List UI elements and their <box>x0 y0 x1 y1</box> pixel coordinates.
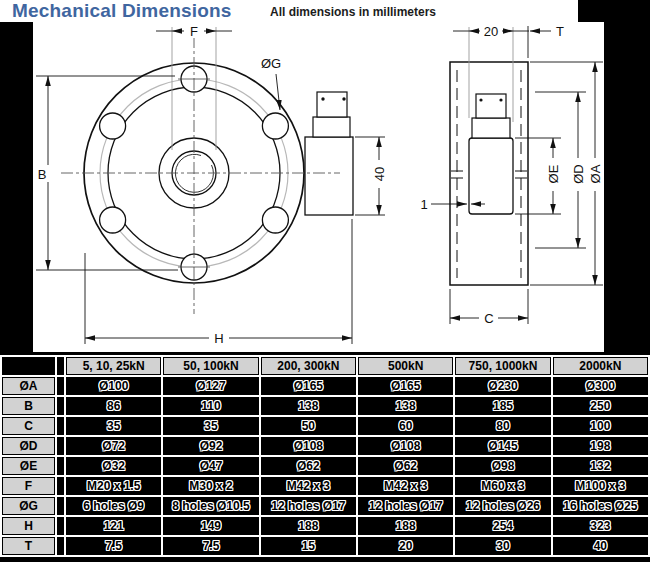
spacer-cell <box>57 437 64 455</box>
spacer-cell <box>57 517 64 535</box>
mechanical-drawing: F ØG B 40 H 20 T 1 C ØE ØD ØA <box>33 22 604 352</box>
dimension-cell: 40 <box>553 537 648 555</box>
spacer-cell <box>57 497 64 515</box>
dimension-cell: 188 <box>261 517 356 535</box>
dimension-cell: 100 <box>553 417 648 435</box>
title-bar: Mechanical Dimensions All dimensions in … <box>0 0 578 22</box>
dimension-cell: Ø62 <box>261 457 356 475</box>
dim-label-f: F <box>190 24 198 39</box>
row-label: F <box>2 477 55 495</box>
dim-label-h: H <box>214 331 223 346</box>
column-header: 750, 1000kN <box>455 357 550 375</box>
page-subtitle: All dimensions in millimeters <box>270 5 436 19</box>
column-header: 5, 10, 25kN <box>66 357 161 375</box>
connector-plug <box>317 92 347 117</box>
dim-label-b: B <box>38 167 47 182</box>
column-header: 2000kN <box>553 357 648 375</box>
dimension-cell: 110 <box>163 397 258 415</box>
dim-label-oe: ØE <box>546 164 561 183</box>
row-label: ØE <box>2 457 55 475</box>
dimension-cell: 35 <box>163 417 258 435</box>
dim-label-oa: ØA <box>588 164 603 183</box>
table-row: ØG6 holes Ø98 holes Ø10.512 holes Ø1712 … <box>2 497 648 515</box>
dimension-cell: 185 <box>455 397 550 415</box>
connector-pin-dot <box>321 97 324 100</box>
spacer-cell <box>57 357 64 375</box>
connector-pin-dot <box>499 98 502 101</box>
dimension-cell: Ø92 <box>163 437 258 455</box>
spacer-cell <box>57 477 64 495</box>
dim-label-1: 1 <box>420 197 427 212</box>
row-label: T <box>2 537 55 555</box>
row-label: H <box>2 517 55 535</box>
dimension-cell: Ø230 <box>455 377 550 395</box>
row-label: ØG <box>2 497 55 515</box>
spacer-cell <box>57 537 64 555</box>
dimension-cell: 138 <box>261 397 356 415</box>
dimension-cell: M100 x 3 <box>553 477 648 495</box>
dimension-cell: 323 <box>553 517 648 535</box>
front-view <box>61 36 353 314</box>
dimension-cell: 198 <box>553 437 648 455</box>
dim-label-od: ØD <box>571 164 586 184</box>
dimensions-table-wrap: 5, 10, 25kN50, 100kN200, 300kN500kN750, … <box>0 355 650 557</box>
row-label: ØD <box>2 437 55 455</box>
spacer-cell <box>57 397 64 415</box>
dimension-cell: 7.5 <box>163 537 258 555</box>
dimension-cell: 6 holes Ø9 <box>66 497 161 515</box>
connector-base <box>313 117 350 137</box>
hub-side <box>469 138 513 214</box>
dimension-cell: Ø300 <box>553 377 648 395</box>
dimension-cell: 254 <box>455 517 550 535</box>
spacer-cell <box>57 417 64 435</box>
table-row: B86110138138185250 <box>2 397 648 415</box>
dimensions-table: 5, 10, 25kN50, 100kN200, 300kN500kN750, … <box>0 355 650 557</box>
table-row: ØEØ32Ø47Ø62Ø62Ø98132 <box>2 457 648 475</box>
dimension-cell: 8 holes Ø10.5 <box>163 497 258 515</box>
dimension-cell: M42 x 3 <box>261 477 356 495</box>
dimension-cell: Ø62 <box>358 457 453 475</box>
connector-base-side <box>472 118 510 138</box>
dimension-cell: Ø165 <box>261 377 356 395</box>
dimension-cell: Ø127 <box>163 377 258 395</box>
dim-label-40: 40 <box>372 167 387 181</box>
spacer-cell <box>57 377 64 395</box>
dimension-cell: 20 <box>358 537 453 555</box>
dimension-cell: Ø32 <box>66 457 161 475</box>
cable-connector-block <box>305 137 353 215</box>
row-label: ØA <box>2 377 55 395</box>
dimension-cell: 16 holes Ø25 <box>553 497 648 515</box>
dimension-cell: 132 <box>553 457 648 475</box>
drawing-panel: F ØG B 40 H 20 T 1 C ØE ØD ØA <box>33 22 604 352</box>
dimension-cell: 60 <box>358 417 453 435</box>
dimension-cell: Ø108 <box>358 437 453 455</box>
dimension-cell: Ø98 <box>455 457 550 475</box>
connector-pin-dot <box>479 98 482 101</box>
dimension-cell: M20 x 1.5 <box>66 477 161 495</box>
dim-label-20: 20 <box>484 24 498 39</box>
dimension-cell: M60 x 3 <box>455 477 550 495</box>
dim-label-t: T <box>556 24 564 39</box>
dimension-cell: 86 <box>66 397 161 415</box>
table-row: ØDØ72Ø92Ø108Ø108Ø145198 <box>2 437 648 455</box>
row-label: C <box>2 417 55 435</box>
dimension-cell: 149 <box>163 517 258 535</box>
dimension-cell: M42 x 3 <box>358 477 453 495</box>
table-row: T7.57.515203040 <box>2 537 648 555</box>
column-header: 200, 300kN <box>261 357 356 375</box>
dimension-cell: 80 <box>455 417 550 435</box>
dimension-cell: Ø100 <box>66 377 161 395</box>
dimension-cell: 50 <box>261 417 356 435</box>
dimension-cell: Ø145 <box>455 437 550 455</box>
dimension-cell: Ø108 <box>261 437 356 455</box>
dimension-cell: 138 <box>358 397 453 415</box>
datasheet-page: Mechanical Dimensions All dimensions in … <box>0 0 650 562</box>
dimension-cell: 121 <box>66 517 161 535</box>
dimension-cell: 15 <box>261 537 356 555</box>
connector-plug-side <box>476 94 506 118</box>
table-row: ØAØ100Ø127Ø165Ø165Ø230Ø300 <box>2 377 648 395</box>
dimension-cell: 35 <box>66 417 161 435</box>
table-row: C3535506080100 <box>2 417 648 435</box>
dimension-cell: 12 holes Ø17 <box>358 497 453 515</box>
dimension-cell: Ø72 <box>66 437 161 455</box>
